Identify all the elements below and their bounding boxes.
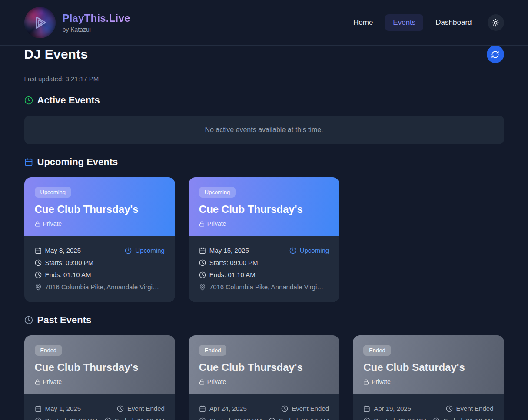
status-badge: Ended: [35, 345, 63, 356]
clock-icon: [35, 271, 42, 278]
event-end-time: Ended: 01:10 AM: [433, 416, 493, 420]
calendar-icon: [35, 405, 42, 412]
calendar-icon: [199, 405, 206, 412]
event-card-past-2[interactable]: Ended Cue Club Thursday's Private Apr 24…: [189, 335, 339, 420]
status-badge: Ended: [363, 345, 391, 356]
event-title: Cue Club Thursday's: [199, 203, 329, 215]
section-title-active: Active Events: [37, 95, 100, 106]
clock-icon: [281, 405, 288, 412]
refresh-button[interactable]: [487, 46, 504, 63]
clock-icon: [24, 96, 33, 105]
active-events-empty-state: No active events available at this time.: [24, 116, 504, 144]
clock-icon: [125, 247, 132, 254]
brand-title: PlayThis.Live: [63, 12, 130, 24]
page-title: DJ Events: [24, 47, 88, 62]
brand-text: PlayThis.Live by Katazui: [63, 12, 130, 33]
clock-icon: [35, 259, 42, 266]
brand-logo-icon: [24, 7, 56, 38]
lock-icon: [35, 221, 40, 227]
main-content: DJ Events Last updated: 3:21:17 PM Activ…: [14, 46, 515, 420]
clock-icon: [117, 405, 124, 412]
map-pin-icon: [199, 284, 206, 291]
event-title: Cue Club Thursday's: [35, 361, 165, 374]
calendar-icon: [363, 405, 370, 412]
event-start-time: Started: 09:00 PM: [35, 416, 98, 420]
event-start-time: Starts: 09:00 PM: [35, 258, 94, 268]
section-title-upcoming: Upcoming Events: [37, 156, 118, 168]
calendar-icon: [35, 247, 42, 254]
event-start-time: Started: 09:00 PM: [363, 416, 426, 420]
section-past-events: Past Events Ended Cue Club Thursday's Pr…: [24, 314, 504, 420]
nav-link-home[interactable]: Home: [345, 14, 381, 31]
nav-link-dashboard[interactable]: Dashboard: [428, 14, 479, 31]
section-title-past: Past Events: [37, 314, 92, 326]
event-date: Apr 24, 2025: [199, 403, 247, 413]
event-card-past-1[interactable]: Ended Cue Club Thursday's Private May 1,…: [24, 335, 175, 420]
clock-icon: [35, 417, 42, 420]
clock-icon: [199, 259, 206, 266]
visibility-label: Private: [43, 220, 62, 227]
clock-icon: [104, 417, 111, 420]
event-status: Event Ended: [446, 403, 494, 413]
sun-icon: [491, 19, 500, 27]
event-status: Event Ended: [117, 403, 165, 413]
past-events-grid: Ended Cue Club Thursday's Private May 1,…: [24, 335, 504, 420]
clock-icon: [269, 417, 276, 420]
lock-icon: [199, 379, 205, 385]
section-upcoming-events: Upcoming Events Upcoming Cue Club Thursd…: [24, 156, 504, 302]
event-visibility: Private: [363, 378, 493, 385]
calendar-icon: [24, 158, 33, 166]
clock-icon: [199, 271, 206, 278]
clock-icon: [446, 405, 453, 412]
event-start-time: Started: 09:00 PM: [199, 416, 262, 420]
visibility-label: Private: [372, 378, 391, 385]
event-visibility: Private: [199, 378, 329, 385]
refresh-icon: [491, 50, 499, 59]
event-end-time: Ends: 01:10 AM: [199, 270, 256, 280]
event-date: May 8, 2025: [35, 245, 81, 255]
event-date: Apr 19, 2025: [363, 403, 411, 413]
event-end-time: Ends: 01:10 AM: [35, 270, 91, 280]
calendar-icon: [199, 247, 206, 254]
last-updated-text: Last updated: 3:21:17 PM: [24, 75, 504, 83]
section-active-events: Active Events No active events available…: [24, 95, 504, 144]
clock-icon: [363, 417, 370, 420]
event-card-upcoming-1[interactable]: Upcoming Cue Club Thursday's Private May…: [24, 177, 175, 302]
visibility-label: Private: [207, 220, 226, 227]
event-date: May 15, 2025: [199, 245, 249, 255]
clock-icon: [433, 417, 440, 420]
clock-icon: [199, 417, 206, 420]
status-badge: Ended: [199, 345, 227, 356]
app-header: PlayThis.Live by Katazui Home Events Das…: [0, 0, 528, 46]
event-start-time: Starts: 09:00 PM: [199, 258, 258, 268]
event-visibility: Private: [199, 220, 329, 227]
event-visibility: Private: [35, 378, 165, 385]
event-end-time: Ended: 01:10 AM: [269, 416, 329, 420]
nav-link-events[interactable]: Events: [385, 14, 423, 31]
event-title: Cue Club Saturday's: [363, 361, 493, 374]
visibility-label: Private: [207, 378, 226, 385]
event-end-time: Ended: 01:10 AM: [104, 416, 165, 420]
theme-toggle-button[interactable]: [488, 14, 504, 31]
event-visibility: Private: [35, 220, 165, 227]
event-status: Upcoming: [125, 245, 165, 255]
brand-subtitle: by Katazui: [63, 26, 130, 33]
upcoming-events-grid: Upcoming Cue Club Thursday's Private May…: [24, 177, 504, 302]
visibility-label: Private: [43, 378, 62, 385]
event-location: 7016 Columbia Pike, Annandale Virginia .…: [35, 282, 163, 292]
lock-icon: [35, 379, 40, 385]
brand[interactable]: PlayThis.Live by Katazui: [24, 7, 130, 38]
event-title: Cue Club Thursday's: [35, 203, 165, 215]
status-badge: Upcoming: [35, 187, 72, 198]
empty-message: No active events available at this time.: [205, 126, 323, 133]
main-nav: Home Events Dashboard: [345, 14, 504, 31]
event-location: 7016 Columbia Pike, Annandale Virginia .…: [199, 282, 327, 292]
event-status: Upcoming: [289, 245, 329, 255]
event-status: Event Ended: [281, 403, 329, 413]
event-card-upcoming-2[interactable]: Upcoming Cue Club Thursday's Private May…: [189, 177, 339, 302]
event-date: May 1, 2025: [35, 403, 81, 413]
clock-icon: [24, 316, 33, 324]
event-card-past-3[interactable]: Ended Cue Club Saturday's Private Apr 19…: [353, 335, 504, 420]
event-title: Cue Club Thursday's: [199, 361, 329, 374]
clock-icon: [289, 247, 296, 254]
